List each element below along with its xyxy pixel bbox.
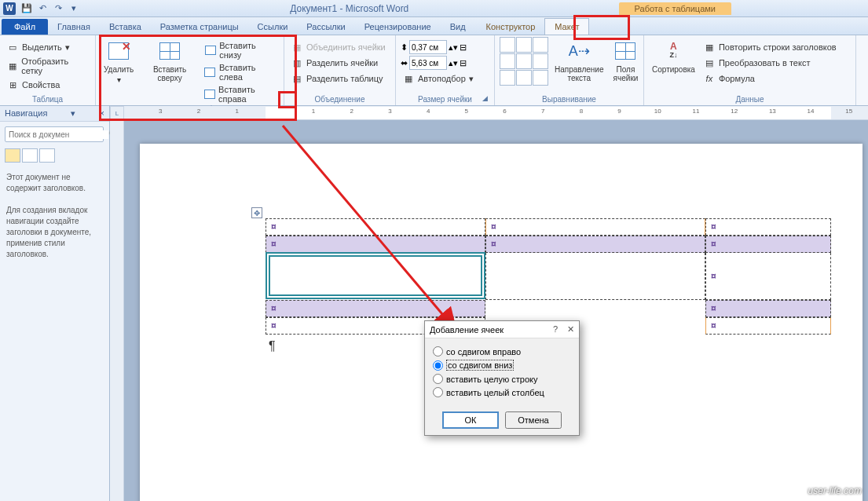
table-cell[interactable]: ¤ [705, 236, 831, 253]
properties-button[interactable]: ⊞Свойства [5, 78, 90, 92]
title-bar: W 💾 ↶ ↷ ▾ Документ1 - Microsoft Word Раб… [0, 0, 868, 17]
vertical-ruler[interactable] [110, 120, 124, 501]
quick-access-toolbar: 💾 ↶ ↷ ▾ [20, 2, 80, 15]
table-cell[interactable]: ¤ [705, 300, 831, 317]
sort-button[interactable]: AZ↓ Сортировка [649, 37, 698, 75]
qat-dropdown-icon[interactable]: ▾ [68, 2, 80, 15]
alignment-grid[interactable] [500, 37, 548, 86]
autofit-button[interactable]: ▦Автоподбор ▾ [401, 71, 475, 86]
tab-table-layout[interactable]: Макет [544, 18, 589, 35]
tab-review[interactable]: Рецензирование [355, 19, 441, 35]
group-label-data: Данные [649, 94, 851, 105]
insert-left-button[interactable]: Вставить слева [203, 62, 279, 82]
convert-text-button[interactable]: ▤Преобразовать в текст [701, 56, 838, 70]
table-cell[interactable]: ¤ [485, 218, 705, 236]
table-cell[interactable] [485, 253, 705, 300]
radio-insert-row[interactable]: вставить целую строку [433, 372, 571, 386]
merge-cells-button[interactable]: ▦Объединить ячейки [289, 40, 387, 54]
tab-insert[interactable]: Вставка [100, 19, 151, 35]
table-cell[interactable]: ¤ [705, 253, 831, 300]
insert-above-button[interactable]: Вставить сверху [140, 37, 200, 84]
document-area: ✥ ¤ ¤ ¤ ¤ ¤ ¤ ¤ ¤ ¤ ¤ [124, 120, 868, 501]
radio-insert-column[interactable]: вставить целый столбец [433, 386, 571, 399]
tab-references[interactable]: Ссылки [248, 19, 298, 35]
nav-tab-pages[interactable] [22, 148, 38, 163]
tab-file[interactable]: Файл [2, 19, 48, 35]
nav-pane-header: Навигация ▾ × [0, 106, 109, 122]
nav-tab-results[interactable] [39, 148, 55, 163]
navigation-pane: Навигация ▾ × 🔍 Этот документ не содержи… [0, 106, 110, 501]
table-cell[interactable]: ¤ [485, 236, 705, 253]
dialog-title: Добавление ячеек [430, 325, 504, 335]
table-cell[interactable]: ¤ [266, 218, 485, 236]
ribbon-tabs: Файл Главная Вставка Разметка страницы С… [0, 17, 868, 35]
insert-right-button[interactable]: Вставить справа [203, 84, 279, 104]
repeat-header-button[interactable]: ▦Повторить строки заголовков [701, 40, 838, 54]
table-cell-selected[interactable] [266, 252, 485, 299]
dialog-titlebar[interactable]: Добавление ячеек ? ✕ [425, 321, 579, 338]
nav-tab-headings[interactable] [5, 148, 20, 163]
watermark: user-life.com [808, 485, 862, 496]
redo-icon[interactable]: ↷ [52, 2, 64, 15]
nav-dropdown-icon[interactable]: ▾ [71, 108, 75, 119]
context-tab-header: Работа с таблицами [619, 2, 731, 15]
table-cell[interactable]: ¤ [266, 300, 485, 317]
tab-selector[interactable]: L [110, 106, 124, 120]
select-button[interactable]: ▭Выделить ▾ [5, 40, 90, 54]
ribbon: ▭Выделить ▾ ▦Отобразить сетку ⊞Свойства … [0, 35, 868, 106]
group-label-alignment: Выравнивание [500, 94, 639, 105]
delete-button[interactable]: Удалить▾ [101, 37, 137, 86]
tab-view[interactable]: Вид [441, 19, 475, 35]
group-label-cell-size: Размер ячейки◢ [401, 94, 489, 105]
table-cell[interactable]: ¤ [705, 317, 831, 335]
col-width-field[interactable]: ⬌▴▾⊟ [401, 56, 475, 70]
ok-button[interactable]: ОК [442, 411, 499, 429]
radio-shift-right[interactable]: со сдвигом вправо [433, 345, 571, 358]
split-cells-button[interactable]: ▥Разделить ячейки [289, 56, 387, 70]
insert-below-button[interactable]: Вставить снизу [203, 40, 279, 60]
horizontal-ruler[interactable]: 321123456789101112131415 [110, 106, 868, 120]
table-move-handle[interactable]: ✥ [251, 207, 262, 218]
radio-shift-down[interactable]: со сдвигом вниз [433, 358, 571, 372]
table-cell[interactable]: ¤ [266, 236, 485, 253]
word-icon: W [3, 2, 16, 15]
table-cell[interactable]: ¤ [705, 218, 831, 236]
undo-icon[interactable]: ↶ [36, 2, 49, 15]
view-gridlines-button[interactable]: ▦Отобразить сетку [5, 56, 90, 76]
save-icon[interactable]: 💾 [20, 2, 33, 15]
tab-page-layout[interactable]: Разметка страницы [151, 19, 248, 35]
split-table-button[interactable]: ▤Разделить таблицу [289, 71, 387, 86]
group-label-table: Таблица [5, 94, 90, 105]
formula-button[interactable]: fxФормула [701, 71, 838, 86]
tab-home[interactable]: Главная [48, 19, 100, 35]
nav-search-input[interactable]: 🔍 [5, 126, 104, 142]
window-title: Документ1 - Microsoft Word [80, 3, 619, 14]
dialog-help-icon[interactable]: ? [553, 324, 558, 335]
cell-margins-button[interactable]: Поля ячейки [610, 37, 641, 84]
cancel-button[interactable]: Отмена [505, 411, 562, 429]
nav-close-icon[interactable]: × [100, 108, 104, 119]
row-height-field[interactable]: ⬍▴▾⊟ [401, 40, 475, 54]
tab-mailings[interactable]: Рассылки [297, 19, 354, 35]
group-label-merge: Объединение [289, 94, 390, 105]
nav-body: Этот документ не содержит заголовков. Дл… [0, 164, 109, 268]
text-direction-button[interactable]: A⇢ Направление текста [551, 37, 606, 84]
dialog-close-icon[interactable]: ✕ [567, 324, 574, 335]
cell-size-dialog-launcher[interactable]: ◢ [480, 94, 489, 104]
insert-cells-dialog: Добавление ячеек ? ✕ со сдвигом вправо с… [424, 320, 580, 436]
tab-design[interactable]: Конструктор [477, 19, 545, 35]
